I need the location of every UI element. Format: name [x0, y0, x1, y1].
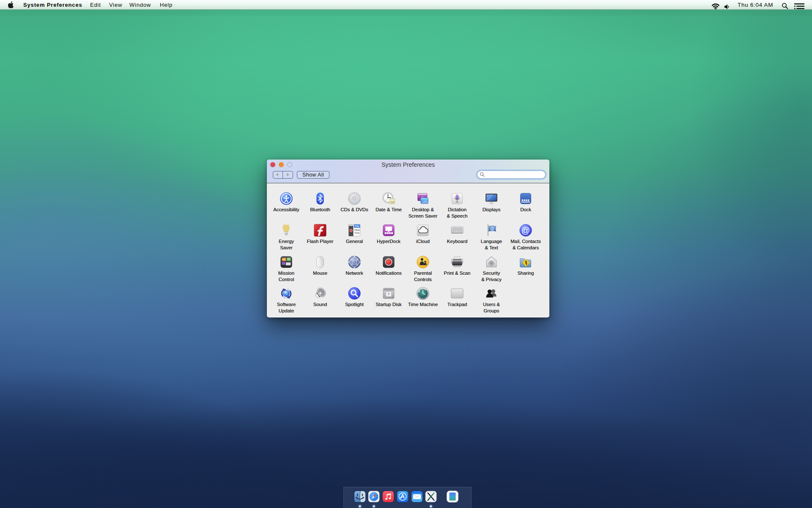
svg-text:File: File — [355, 224, 359, 227]
svg-text:18: 18 — [390, 200, 394, 204]
svg-text:@: @ — [521, 226, 530, 235]
svg-text:One: One — [354, 231, 359, 234]
svg-text:?: ? — [387, 292, 390, 296]
svg-text:New: New — [354, 228, 360, 231]
